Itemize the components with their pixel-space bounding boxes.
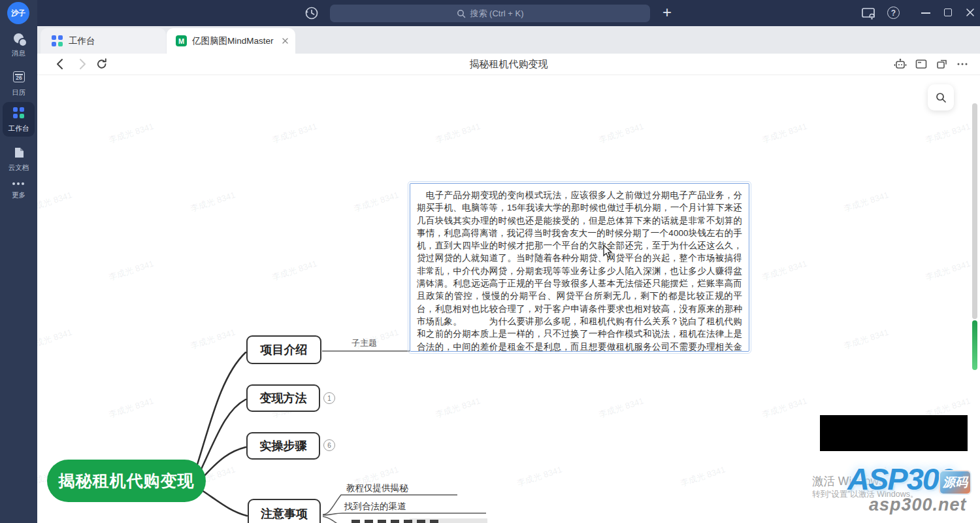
app-window: 李成光 8341李成光 8341李成光 8341李成光 8341李成光 8341… xyxy=(0,0,980,523)
document-title: 揭秘租机代购变现 xyxy=(37,58,980,71)
collapsed-count-badge[interactable]: 1 xyxy=(323,392,335,404)
maximize-button[interactable] xyxy=(944,8,952,16)
tab-strip: 工作台 M 亿图脑图MindMaster xyxy=(37,26,980,54)
asp300-logo: ASP300 xyxy=(847,461,954,497)
sidebar-item-messages[interactable]: 消息 xyxy=(0,49,37,58)
more-options-icon[interactable] xyxy=(956,58,969,71)
assistant-robot-icon[interactable] xyxy=(894,58,907,71)
close-window-button[interactable] xyxy=(965,7,975,18)
watermark: 李成光 8341 xyxy=(270,120,319,146)
watermark: 李成光 8341 xyxy=(679,464,727,489)
more-icon[interactable] xyxy=(12,182,24,185)
workbench-grid-icon xyxy=(52,35,63,46)
calendar-icon[interactable]: 26 xyxy=(13,71,25,82)
document-toolbar: 揭秘租机代购变现 xyxy=(37,54,980,75)
watermark: 李成光 8341 xyxy=(434,120,482,146)
mindmap-note-textbox[interactable]: 电子产品分期变现的变向模式玩法，应该很多人之前做过分期电子产品业务，分期买手机、… xyxy=(410,183,749,352)
redaction-black-box xyxy=(820,415,968,451)
mindmap-node-practical-steps[interactable]: 实操步骤 xyxy=(246,432,320,460)
cloud-docs-icon[interactable] xyxy=(13,146,25,159)
watermark: 李成光 8341 xyxy=(842,326,890,352)
mindmap-node-project-intro[interactable]: 项目介绍 xyxy=(246,335,321,364)
sidebar-item-clouddocs[interactable]: 云文档 xyxy=(0,163,37,173)
sidebar-item-workbench[interactable]: 工作台 xyxy=(0,124,37,133)
canvas-search-button[interactable] xyxy=(928,84,954,110)
vertical-scrollbar-thumb[interactable] xyxy=(972,103,977,319)
watermark: 李成光 8341 xyxy=(760,120,809,146)
workbench-grid-icon[interactable] xyxy=(13,107,24,118)
history-icon[interactable] xyxy=(304,5,319,21)
sidebar-item-more[interactable]: 更多 xyxy=(0,191,37,200)
search-icon xyxy=(936,92,947,103)
sidebar-item-calendar[interactable]: 日历 xyxy=(0,88,37,97)
open-in-new-window-icon[interactable] xyxy=(936,58,949,71)
scroll-position-indicator[interactable] xyxy=(972,320,977,370)
mouse-cursor xyxy=(602,245,615,259)
messages-icon xyxy=(20,39,26,46)
tab-label: 工作台 xyxy=(69,35,95,47)
watermark: 李成光 8341 xyxy=(107,120,155,146)
mindmap-child-label[interactable]: 找到合法的渠道 xyxy=(344,501,406,513)
mindmap-node-precautions[interactable]: 注意事项 xyxy=(248,499,321,523)
asp300-site-text: asp300.net xyxy=(869,495,967,515)
new-tab-button[interactable]: + xyxy=(659,2,676,23)
tab-label: 亿图脑图MindMaster xyxy=(192,35,276,47)
mindmaster-app-icon: M xyxy=(176,35,187,46)
watermark: 李成光 8341 xyxy=(189,326,237,352)
app-sidebar: 沙子 消息 26 日历 工作台 云文档 更多 xyxy=(0,0,37,523)
watermark: 李成光 8341 xyxy=(107,395,155,420)
close-tab-icon[interactable] xyxy=(282,37,289,44)
help-icon[interactable]: ? xyxy=(887,7,900,19)
watermark: 李成光 8341 xyxy=(597,120,645,146)
title-bar: 搜索 (Ctrl + K) + ? xyxy=(0,0,980,26)
collapsed-count-badge[interactable]: 6 xyxy=(323,439,335,451)
user-avatar[interactable]: 沙子 xyxy=(7,2,29,24)
watermark: 李成光 8341 xyxy=(352,189,400,214)
notification-settings-icon[interactable] xyxy=(861,6,877,21)
watermark: 李成光 8341 xyxy=(597,395,645,420)
mindmap-node-monetize-method[interactable]: 变现方法 xyxy=(246,384,320,412)
mindmap-root-node[interactable]: 揭秘租机代购变现 xyxy=(47,460,206,502)
watermark: 李成光 8341 xyxy=(515,464,564,489)
watermark: 李成光 8341 xyxy=(270,258,319,283)
tab-workbench[interactable]: 工作台 xyxy=(41,28,166,54)
search-placeholder: 搜索 (Ctrl + K) xyxy=(470,8,524,20)
watermark: 李成光 8341 xyxy=(842,189,890,214)
mindmap-child-label[interactable]: 教程仅提供揭秘 xyxy=(346,482,408,494)
watermark: 李成光 8341 xyxy=(760,395,809,420)
mindmap-subtopic-label[interactable]: 子主题 xyxy=(351,337,377,349)
watermark: 李成光 8341 xyxy=(107,258,155,283)
watermark: 李成光 8341 xyxy=(189,189,237,214)
toggle-window-icon[interactable] xyxy=(915,58,928,71)
watermark: 李成光 8341 xyxy=(924,258,972,283)
search-icon xyxy=(457,9,466,18)
watermark: 李成光 8341 xyxy=(760,258,809,283)
watermark: 李成光 8341 xyxy=(434,395,482,420)
source-code-badge: 源码 xyxy=(939,470,972,495)
minimize-button[interactable] xyxy=(921,12,930,14)
watermark: 李成光 8341 xyxy=(924,120,972,146)
global-search-input[interactable]: 搜索 (Ctrl + K) xyxy=(330,5,650,22)
tab-mindmaster[interactable]: M 亿图脑图MindMaster xyxy=(167,28,295,54)
